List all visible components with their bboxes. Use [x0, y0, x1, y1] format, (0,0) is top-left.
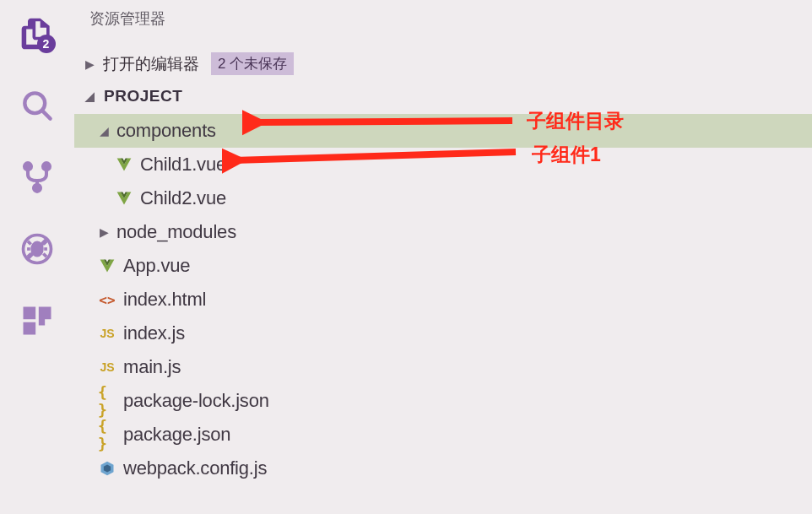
- file-tree: ◢ components Child1.vue Child2.vue ▶ nod…: [74, 114, 812, 485]
- activity-search[interactable]: [14, 82, 61, 128]
- folder-label: components: [116, 120, 216, 142]
- vue-icon: [115, 189, 133, 208]
- js-icon: JS: [98, 324, 116, 343]
- svg-point-4: [34, 184, 41, 191]
- js-icon: JS: [98, 358, 116, 376]
- search-icon: [19, 87, 56, 124]
- file-label: index.js: [123, 322, 185, 344]
- file-webpack-config[interactable]: ▶ webpack.config.js: [74, 452, 812, 485]
- file-label: webpack.config.js: [123, 457, 267, 479]
- extensions-icon: [19, 302, 56, 339]
- file-package-lock[interactable]: ▶ { } package-lock.json: [74, 384, 812, 418]
- activity-extensions[interactable]: [14, 297, 61, 344]
- chevron-right-icon: ▶: [98, 225, 110, 239]
- chevron-down-icon: ◢: [98, 124, 110, 138]
- project-name-label: PROJECT: [104, 87, 182, 106]
- folder-components[interactable]: ◢ components: [74, 114, 812, 148]
- file-label: package.json: [123, 424, 230, 446]
- activity-explorer[interactable]: 2: [14, 10, 61, 57]
- file-package-json[interactable]: ▶ { } package.json: [74, 418, 812, 452]
- file-label: main.js: [123, 356, 181, 378]
- file-index-html[interactable]: ▶ <> index.html: [74, 283, 812, 317]
- vue-icon: [115, 155, 133, 174]
- folder-label: node_modules: [116, 221, 236, 243]
- json-icon: { }: [98, 425, 116, 444]
- html-icon: <>: [98, 290, 116, 309]
- json-icon: { }: [98, 392, 116, 410]
- activity-debug[interactable]: [14, 225, 61, 272]
- folder-node-modules[interactable]: ▶ node_modules: [74, 215, 812, 249]
- svg-line-13: [43, 253, 46, 257]
- file-child1[interactable]: Child1.vue: [74, 148, 812, 181]
- explorer-badge: 2: [37, 35, 56, 53]
- vue-icon: [98, 257, 116, 275]
- file-app-vue[interactable]: ▶ App.vue: [74, 249, 812, 283]
- svg-line-1: [42, 110, 51, 118]
- chevron-down-icon: ◢: [84, 89, 96, 103]
- file-label: index.html: [123, 289, 206, 311]
- explorer-panel: 资源管理器 ▶ 打开的编辑器 2 个未保存 ◢ PROJECT ◢ compon…: [74, 0, 812, 514]
- panel-title: 资源管理器: [74, 0, 812, 47]
- file-label: App.vue: [123, 255, 190, 277]
- activity-scm[interactable]: [14, 154, 61, 200]
- file-child2[interactable]: Child2.vue: [74, 181, 812, 215]
- svg-line-8: [28, 241, 31, 244]
- project-root[interactable]: ◢ PROJECT: [74, 80, 812, 112]
- chevron-right-icon: ▶: [83, 57, 96, 71]
- file-label: Child1.vue: [140, 154, 226, 176]
- open-editors-section[interactable]: ▶ 打开的编辑器 2 个未保存: [74, 47, 812, 80]
- no-bug-icon: [19, 230, 56, 268]
- file-label: Child2.vue: [140, 187, 226, 209]
- open-editors-label: 打开的编辑器: [103, 53, 199, 75]
- branch-icon: [19, 159, 56, 196]
- webpack-icon: [98, 459, 116, 478]
- unsaved-badge: 2 个未保存: [211, 52, 294, 75]
- file-main-js[interactable]: ▶ JS main.js: [74, 350, 812, 384]
- file-label: package-lock.json: [123, 390, 269, 412]
- file-index-js[interactable]: ▶ JS index.js: [74, 317, 812, 350]
- activity-bar: 2: [0, 0, 74, 514]
